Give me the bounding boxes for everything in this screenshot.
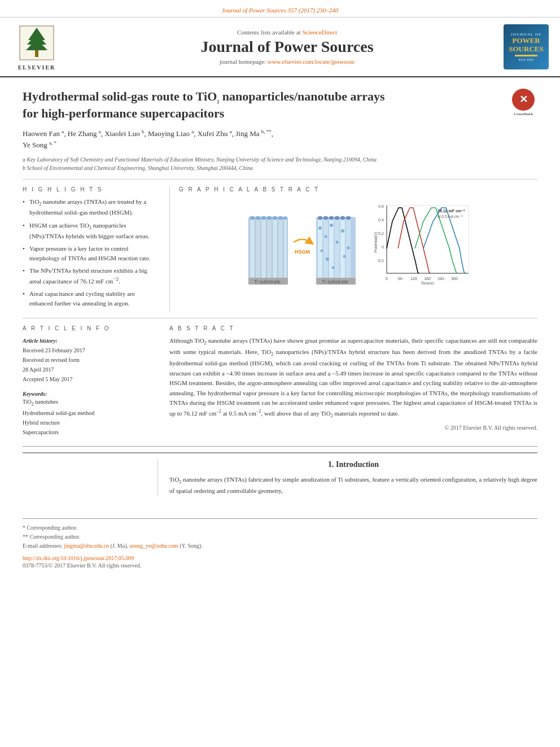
sources-text: SOURCES <box>509 45 543 53</box>
footer-copyright: 0378-7753/© 2017 Elsevier B.V. All right… <box>23 562 537 569</box>
science-direct-link[interactable]: ScienceDirect <box>302 29 337 36</box>
svg-rect-12 <box>278 218 283 278</box>
svg-text:300: 300 <box>451 277 458 281</box>
svg-point-40 <box>331 267 334 269</box>
svg-text:240: 240 <box>438 277 444 281</box>
cv-chart: 0.6 0.4 0.2 0 -0.2 0 60 120 180 240 300 … <box>373 200 474 285</box>
svg-rect-7 <box>250 218 255 278</box>
svg-point-17 <box>267 216 272 220</box>
keyword-2: Hydrothermal solid-gas method <box>23 408 158 418</box>
accepted-date: Accepted 5 May 2017 <box>23 374 158 384</box>
elsevier-text: ELSEVIER <box>18 64 56 71</box>
article-info-column: A R T I C L E I N F O Article history: R… <box>23 325 158 437</box>
journal-top-bar: Journal of Power Sources 357 (2017) 230–… <box>0 0 560 18</box>
svg-point-14 <box>250 216 255 220</box>
svg-text:0.2: 0.2 <box>378 231 384 235</box>
svg-point-19 <box>278 216 283 220</box>
svg-rect-9 <box>261 218 266 278</box>
footer-links: http://dx.doi.org/10.1016/j.jpowsour.201… <box>23 555 537 561</box>
crossmark-label: CrossMark <box>514 112 533 117</box>
svg-point-42 <box>318 216 322 220</box>
svg-text:0.4: 0.4 <box>378 218 384 222</box>
svg-rect-11 <box>273 218 277 278</box>
doi-link[interactable]: http://dx.doi.org/10.1016/j.jpowsour.201… <box>23 555 134 561</box>
journal-reference: Journal of Power Sources 357 (2017) 230–… <box>222 7 339 14</box>
affiliation-b: b School of Environmental and Chemical E… <box>23 164 537 172</box>
homepage-link[interactable]: www.elsevier.com/locate/jpowsour <box>268 58 355 65</box>
list-item: TiO2 nanotube arrays (TNTAs) are treated… <box>23 197 158 217</box>
svg-point-37 <box>347 247 349 250</box>
header-center: Contents lists available at ScienceDirec… <box>71 29 504 65</box>
svg-point-47 <box>346 216 351 220</box>
graphical-abstract-image: Ti substrate HSGM <box>179 197 537 287</box>
footnotes-section: * Corresponding author. ** Corresponding… <box>0 518 560 569</box>
svg-point-39 <box>326 257 329 261</box>
svg-rect-29 <box>335 218 339 278</box>
svg-text:0: 0 <box>386 277 388 281</box>
highlights-list: TiO2 nanotube arrays (TNTAs) are treated… <box>23 197 158 308</box>
svg-point-16 <box>261 216 266 220</box>
intro-left-padding <box>23 460 158 496</box>
history-label: Article history: <box>23 336 158 346</box>
abstract-text: Although TiO2 nanotube arrays (TNTAs) ha… <box>169 336 537 420</box>
copyright-line: © 2017 Elsevier B.V. All rights reserved… <box>169 425 537 431</box>
abstract-column: A B S T R A C T Although TiO2 nanotube a… <box>169 325 537 437</box>
contents-line: Contents lists available at ScienceDirec… <box>71 29 504 36</box>
svg-text:60: 60 <box>398 277 403 281</box>
graphical-abstract: G R A P H I C A L A B S T R A C T <box>169 186 537 311</box>
svg-point-38 <box>320 250 323 252</box>
svg-point-5 <box>35 51 38 54</box>
svg-rect-30 <box>340 218 345 278</box>
intro-section: 1. Introduction TiO2 nanotube arrays (TN… <box>23 452 537 496</box>
title-part3: for high-performance supercapacitors <box>23 106 224 120</box>
crossmark-circle: ✕ <box>512 89 535 111</box>
revised-label: Received in revised form <box>23 355 158 365</box>
footnote-emails: E-mail addresses: jingma@shu.edu.cn (J. … <box>23 541 537 551</box>
svg-text:HSGM: HSGM <box>295 249 310 255</box>
svg-text:0: 0 <box>382 245 384 249</box>
elsevier-logo: ELSEVIER <box>11 23 62 71</box>
svg-text:0.6: 0.6 <box>378 204 384 208</box>
graphical-abstract-label: G R A P H I C A L A B S T R A C T <box>179 186 537 193</box>
header-section: ELSEVIER Contents lists available at Sci… <box>0 18 560 77</box>
email2-name: (Y. Song). <box>180 543 203 549</box>
power-sources-logo: JOURNAL OF POWER SOURCES EST. 1976 <box>504 24 549 69</box>
highlights-label: H I G H L I G H T S <box>23 186 158 193</box>
svg-rect-13 <box>284 218 287 278</box>
authors: Haowen Fan a, He Zhang a, Xiaolei Luo b,… <box>23 128 537 151</box>
svg-rect-8 <box>256 218 260 278</box>
article-title: Hydrothermal solid-gas route to TiO2 nan… <box>23 89 537 121</box>
email1-link[interactable]: jingma@shu.edu.cn <box>64 543 109 549</box>
svg-text:at 0.5 mA cm⁻³: at 0.5 mA cm⁻³ <box>438 215 463 219</box>
svg-rect-27 <box>323 218 328 278</box>
svg-point-35 <box>335 241 338 244</box>
svg-point-34 <box>330 224 333 227</box>
list-item: Vapor pressure is a key factor to contro… <box>23 244 158 263</box>
email2-link[interactable]: soong_ye@sohu.com <box>129 543 178 549</box>
svg-text:Potential(V): Potential(V) <box>374 232 378 253</box>
nanotube-illustration: Ti substrate HSGM <box>243 200 367 285</box>
keyword-1: TiO2 nanotubes <box>23 397 158 408</box>
svg-rect-10 <box>267 218 272 278</box>
svg-text:76.12 mF cm⁻²: 76.12 mF cm⁻² <box>438 209 465 213</box>
affiliation-a: a Key Laboratory of Soft Chemistry and F… <box>23 155 537 164</box>
affiliations: a Key Laboratory of Soft Chemistry and F… <box>23 155 537 172</box>
svg-point-46 <box>340 216 345 220</box>
svg-text:120: 120 <box>410 277 417 281</box>
svg-point-36 <box>341 229 344 233</box>
svg-point-18 <box>273 216 277 220</box>
svg-point-33 <box>324 235 327 238</box>
list-item: Areal capacitance and cycling stability … <box>23 289 158 308</box>
revised-date: 28 April 2017 <box>23 365 158 374</box>
section-divider <box>23 446 537 447</box>
journal-title-header: Journal of Power Sources <box>71 38 504 56</box>
svg-point-32 <box>318 226 322 230</box>
svg-text:180: 180 <box>424 277 431 281</box>
keywords-section: Keywords: TiO2 nanotubes Hydrothermal so… <box>23 391 158 437</box>
title-part2: nanoparticles/nanotube arrays <box>219 89 384 103</box>
footnotes: * Corresponding author. ** Corresponding… <box>23 518 537 551</box>
svg-text:Ti substrate: Ti substrate <box>322 279 348 285</box>
svg-point-44 <box>329 216 334 220</box>
svg-point-41 <box>343 255 345 258</box>
title-part1: Hydrothermal solid-gas route to TiO <box>23 89 217 103</box>
